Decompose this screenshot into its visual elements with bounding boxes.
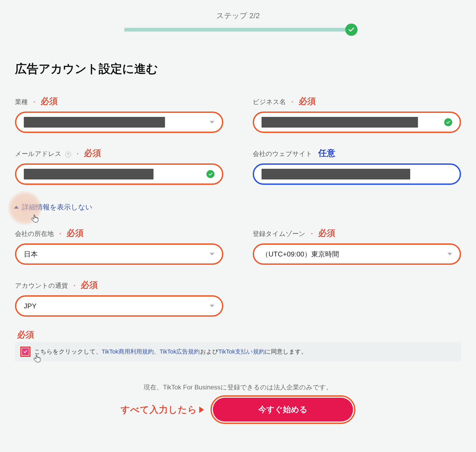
required-dot: ・ xyxy=(57,229,63,238)
agreement-sep2: および xyxy=(200,348,218,355)
currency-label: アカウントの通貨 xyxy=(15,281,68,290)
required-badge: 必須 xyxy=(299,95,316,107)
help-icon[interactable]: ? xyxy=(65,152,71,158)
hide-details-label: 詳細情報を表示しない xyxy=(22,202,93,212)
email-input[interactable] xyxy=(15,163,223,185)
check-icon xyxy=(206,170,214,178)
website-label: 会社のウェブサイト xyxy=(253,150,312,158)
cursor-hand-icon xyxy=(31,215,39,224)
chevron-down-icon xyxy=(210,305,214,307)
page-title: 広告アカウント設定に進む xyxy=(15,61,476,77)
check-icon xyxy=(345,24,358,36)
required-dot: ・ xyxy=(309,229,315,238)
timezone-label: 登録タイムゾーン xyxy=(253,229,305,238)
timezone-value: （UTC+09:00）東京時間 xyxy=(262,250,447,259)
start-now-button[interactable]: 今すぐ始める xyxy=(213,398,353,422)
required-badge: 必須 xyxy=(67,227,84,239)
progress-bar xyxy=(124,28,352,32)
business-name-input[interactable] xyxy=(253,112,461,133)
cursor-hand-icon xyxy=(33,355,41,364)
required-badge: 必須 xyxy=(318,227,335,239)
chevron-down-icon xyxy=(210,253,214,255)
agreement-suffix: に同意します。 xyxy=(265,348,307,355)
required-badge: 必須 xyxy=(41,95,58,107)
required-dot: ・ xyxy=(289,98,295,106)
link-terms-payment[interactable]: TikTok支払い規約 xyxy=(218,348,265,355)
chevron-down-icon xyxy=(447,253,452,255)
industry-label: 業種 xyxy=(15,98,28,106)
industry-select[interactable] xyxy=(15,112,223,133)
required-badge: 必須 xyxy=(81,279,98,291)
website-input[interactable] xyxy=(253,163,461,185)
chevron-up-icon xyxy=(14,206,19,209)
agree-checkbox[interactable] xyxy=(20,347,30,357)
required-dot: ・ xyxy=(71,281,78,290)
email-label: メールアドレス xyxy=(15,150,62,158)
triangle-right-icon xyxy=(199,407,204,413)
required-badge: 必須 xyxy=(17,329,461,341)
currency-select[interactable]: JPY xyxy=(15,295,223,317)
business-name-label: ビジネス名 xyxy=(253,98,286,106)
required-badge: 必須 xyxy=(84,147,101,159)
step-label: ステップ 2/2 xyxy=(0,11,476,21)
agreement-bar: こちらをクリックして、TikTok商用利用規約、TikTok広告規約およびTik… xyxy=(15,342,461,362)
location-select[interactable]: 日本 xyxy=(15,243,223,265)
agreement-prefix: こちらをクリックして、 xyxy=(34,348,102,355)
location-value: 日本 xyxy=(24,250,210,259)
cta-hint: すべて入力したら xyxy=(121,404,204,416)
legal-note: 現在、TikTok For Businessに登録できるのは法人企業のみです。 xyxy=(0,383,476,392)
currency-value: JPY xyxy=(24,302,210,310)
required-dot: ・ xyxy=(74,150,81,158)
required-dot: ・ xyxy=(31,98,37,106)
timezone-select[interactable]: （UTC+09:00）東京時間 xyxy=(253,243,461,265)
optional-badge: 任意 xyxy=(318,147,335,159)
agreement-sep1: 、 xyxy=(154,348,160,355)
link-terms-commercial[interactable]: TikTok商用利用規約 xyxy=(102,348,154,355)
check-icon xyxy=(444,118,452,126)
link-terms-ads[interactable]: TikTok広告規約 xyxy=(160,348,200,355)
location-label: 会社の所在地 xyxy=(15,229,54,238)
chevron-down-icon xyxy=(210,121,214,124)
hide-details-toggle[interactable]: 詳細情報を表示しない xyxy=(12,202,93,212)
